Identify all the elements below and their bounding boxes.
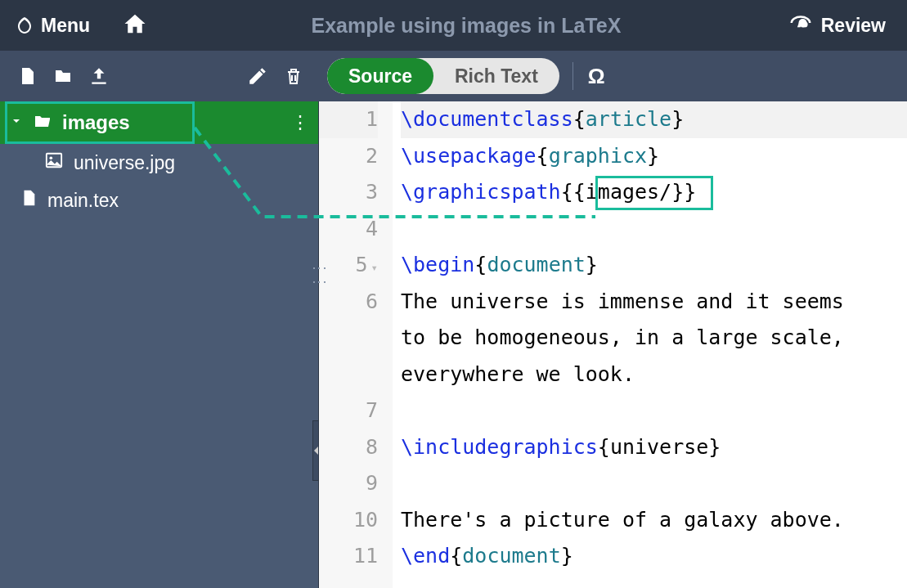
line-number: 1 [319,101,378,138]
file-label: universe.jpg [74,152,175,174]
code-line[interactable]: \end{document} [401,538,907,575]
menu-label: Menu [41,15,90,37]
line-number-gutter: 1234567891011 [319,101,393,588]
code-line[interactable] [401,211,907,248]
svg-text:Ab: Ab [798,20,806,28]
line-number: 11 [319,538,378,575]
file-icon [20,187,38,213]
collapse-sidebar-button[interactable] [312,420,319,481]
review-label: Review [821,15,886,37]
file-label: main.tex [47,190,119,212]
file-toolbar [0,64,319,88]
folder-label: images [62,111,130,134]
code-line[interactable]: \begin{document} [401,247,907,284]
main-area: images ⋮ universe.jpg main.tex ⋮⋮ 123456… [0,101,907,588]
toolbar: Source Rich Text Ω [0,51,907,101]
line-number: 6 [319,284,378,321]
code-line[interactable] [401,393,907,429]
editor-toolbar: Source Rich Text Ω [319,58,605,94]
code-line[interactable]: to be homogeneous, in a large scale, [401,320,907,357]
line-number: 9 [319,465,378,502]
image-file-icon [44,151,64,174]
home-icon [123,11,147,39]
editor-mode-switch: Source Rich Text [327,58,559,94]
review-button[interactable]: Ab Review [767,0,907,51]
source-tab[interactable]: Source [327,58,433,94]
code-line[interactable]: There's a picture of a galaxy above. [401,502,907,539]
file-tree: images ⋮ universe.jpg main.tex [0,101,319,588]
line-number: 5 [319,247,378,284]
line-number: 3 [319,174,378,211]
line-number: 2 [319,138,378,175]
review-icon: Ab [788,11,813,40]
chevron-down-icon [10,114,23,131]
new-folder-icon[interactable] [51,64,75,88]
code-editor[interactable]: ⋮⋮ 1234567891011 \documentclass{article}… [319,101,907,588]
project-title[interactable]: Example using images in LaTeX [165,14,767,38]
code-line[interactable]: \documentclass{article} [401,101,907,138]
menu-button[interactable]: Menu [0,0,105,51]
line-number: 7 [319,393,378,429]
svg-point-3 [50,156,53,159]
special-char-button[interactable]: Ω [572,62,605,90]
code-line[interactable]: \includegraphics{universe} [401,429,907,466]
richtext-tab[interactable]: Rich Text [433,58,559,94]
line-number: 4 [319,211,378,248]
new-file-icon[interactable] [15,64,39,88]
file-main-tex[interactable]: main.tex [0,182,318,219]
code-line[interactable] [401,465,907,502]
rename-icon[interactable] [245,64,270,88]
overleaf-logo-icon [15,16,34,35]
code-content[interactable]: \documentclass{article}\usepackage{graph… [393,101,907,588]
file-universe-jpg[interactable]: universe.jpg [0,144,318,182]
code-line[interactable]: \graphicspath{{images/}} [401,174,907,211]
code-line[interactable]: \usepackage{graphicx} [401,138,907,175]
line-number: 10 [319,502,378,539]
upload-icon[interactable] [87,64,111,88]
delete-icon[interactable] [281,64,306,88]
line-number [319,357,378,393]
folder-images[interactable]: images ⋮ [0,101,318,144]
folder-menu-button[interactable]: ⋮ [291,112,308,133]
home-button[interactable] [105,0,165,51]
code-line[interactable]: The universe is immense and it seems [401,284,907,321]
code-line[interactable]: everywhere we look. [401,357,907,393]
folder-open-icon [31,111,54,134]
line-number: 8 [319,429,378,466]
top-bar: Menu Example using images in LaTeX Ab Re… [0,0,907,51]
line-number [319,320,378,357]
